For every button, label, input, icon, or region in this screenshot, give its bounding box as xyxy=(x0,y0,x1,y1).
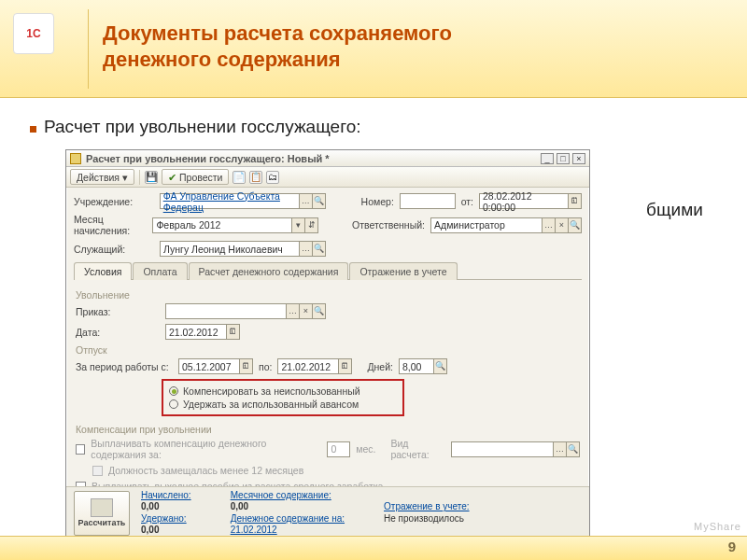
employee-lookup-icon[interactable]: 🔍 xyxy=(313,241,326,257)
close-button[interactable]: × xyxy=(572,153,585,164)
bullet-text: Расчет при увольнении госслужащего: xyxy=(44,117,361,137)
toolbar-separator xyxy=(139,170,140,185)
toolbar-icon-3[interactable]: 🗂 xyxy=(266,171,279,184)
radio-compensate-label: Компенсировать за неиспользованный xyxy=(183,385,360,397)
period-from-calendar-icon[interactable]: 🗓 xyxy=(240,358,253,374)
resp-choose-button[interactable]: … xyxy=(543,217,556,233)
month-spin-icon[interactable]: ⇵ xyxy=(305,217,318,233)
chk-pay-compensation[interactable] xyxy=(76,444,85,455)
days-value: 8,00 xyxy=(399,358,434,374)
number-input[interactable] xyxy=(400,193,456,209)
month-field[interactable]: Февраль 2012 ▾ ⇵ xyxy=(152,217,318,233)
kind-field[interactable]: … 🔍 xyxy=(451,441,580,457)
tab-accounting[interactable]: Отражение в учете xyxy=(349,262,457,280)
resp-label: Ответственный: xyxy=(352,219,425,231)
tab-calc[interactable]: Расчет денежного содержания xyxy=(189,262,349,280)
header-divider xyxy=(88,9,89,89)
kind-value xyxy=(451,441,554,457)
days-field[interactable]: 8,00 🔍 xyxy=(399,358,447,374)
slide-title-line1: Документы расчета сохраняемого xyxy=(103,21,452,45)
radio-withhold-label: Удержать за использованный авансом xyxy=(183,399,359,410)
order-clear-button[interactable]: × xyxy=(300,303,313,319)
order-label: Приказ: xyxy=(76,306,160,317)
content-on-link[interactable]: Денежное содержание на: xyxy=(231,513,345,525)
check-icon: ✔ xyxy=(168,172,176,183)
obscured-text-fragment: бщими xyxy=(646,200,703,220)
maximize-button[interactable]: □ xyxy=(557,153,570,164)
radio-withhold[interactable]: Удержать за использованный авансом xyxy=(169,398,397,411)
dialog-window: Расчет при увольнении госслужащего: Новы… xyxy=(65,149,590,539)
watermark: MySharе xyxy=(694,521,741,532)
resp-clear-button[interactable]: × xyxy=(556,217,569,233)
org-field[interactable]: ФА Управление Субъекта Федерац … 🔍 xyxy=(160,193,326,209)
period-from-field[interactable]: 05.12.2007 🗓 xyxy=(178,358,253,374)
radio-icon xyxy=(169,399,178,409)
month-label: Месяц начисления: xyxy=(74,214,147,236)
bullet-row: Расчет при увольнении госслужащего: xyxy=(30,117,730,137)
date-from-label: от: xyxy=(461,196,473,207)
order-choose-button[interactable]: … xyxy=(287,303,300,319)
footer-col-monthly: Месячное содержание: 0,00 Денежное содер… xyxy=(231,490,345,537)
slide-header: 1С Документы расчета сохраняемого денежн… xyxy=(0,0,747,98)
monthly-link[interactable]: Месячное содержание: xyxy=(231,490,345,502)
calculate-button[interactable]: Рассчитать xyxy=(74,491,130,536)
window-title: Расчет при увольнении госслужащего: Новы… xyxy=(86,153,330,164)
accounting-value: Не производилось xyxy=(384,513,470,525)
radio-compensate[interactable]: Компенсировать за неиспользованный xyxy=(169,385,397,398)
tab-payment[interactable]: Оплата xyxy=(133,262,187,280)
order-field[interactable]: … × 🔍 xyxy=(165,303,326,319)
toolbar-icon-1[interactable]: 📄 xyxy=(233,171,246,184)
monthly-value: 0,00 xyxy=(231,501,345,513)
footer-col-accounting: Отражение в учете: Не производилось xyxy=(384,501,470,525)
org-choose-button[interactable]: … xyxy=(300,193,313,209)
kind-lookup-icon[interactable]: 🔍 xyxy=(567,441,580,457)
period-to-value: 21.02.2012 xyxy=(277,358,339,374)
chk-less-12months-label: Должность замещалась менее 12 месяцев xyxy=(108,465,303,476)
slide-footer-band xyxy=(0,536,747,560)
resp-field[interactable]: Администратор … × 🔍 xyxy=(430,217,582,233)
resp-lookup-icon[interactable]: 🔍 xyxy=(569,217,582,233)
period-to-calendar-icon[interactable]: 🗓 xyxy=(339,358,352,374)
kind-choose-button[interactable]: … xyxy=(554,441,567,457)
days-lookup-icon[interactable]: 🔍 xyxy=(434,358,447,374)
period-to-label: по: xyxy=(259,361,272,372)
chevron-down-icon: ▾ xyxy=(122,172,128,183)
titlebar[interactable]: Расчет при увольнении госслужащего: Новы… xyxy=(66,150,589,167)
radio-icon xyxy=(169,386,178,396)
slide-body: Расчет при увольнении госслужащего: xyxy=(0,98,747,137)
period-to-field[interactable]: 21.02.2012 🗓 xyxy=(277,358,352,374)
slide-title: Документы расчета сохраняемого денежного… xyxy=(103,21,452,72)
chk-pay-compensation-label: Выплачивать компенсацию денежного содерж… xyxy=(91,438,321,460)
order-lookup-icon[interactable]: 🔍 xyxy=(313,303,326,319)
withheld-value: 0,00 xyxy=(141,525,191,537)
comp-months-input[interactable]: 0 xyxy=(327,441,350,457)
doc-date-field[interactable]: 28.02.2012 0:00:00 🗓 xyxy=(479,193,582,209)
period-label: За период работы с: xyxy=(76,361,173,372)
toolbar-icon-2[interactable]: 📋 xyxy=(249,171,262,184)
calculator-icon xyxy=(91,498,113,517)
dismiss-date-label: Дата: xyxy=(76,327,160,338)
actions-menu-button[interactable]: Действия▾ xyxy=(70,169,134,185)
tab-conditions[interactable]: Условия xyxy=(74,262,132,280)
save-icon[interactable]: 💾 xyxy=(145,171,158,184)
dismiss-date-calendar-icon[interactable]: 🗓 xyxy=(227,324,240,340)
content-on-date[interactable]: 21.02.2012 xyxy=(231,525,345,537)
employee-label: Служащий: xyxy=(74,244,154,255)
withheld-link[interactable]: Удержано: xyxy=(141,513,191,525)
dismiss-date-field[interactable]: 21.02.2012 🗓 xyxy=(165,324,240,340)
days-label: Дней: xyxy=(367,361,393,372)
accrued-link[interactable]: Начислено: xyxy=(141,490,191,502)
bullet-marker-icon xyxy=(30,126,36,133)
org-lookup-icon[interactable]: 🔍 xyxy=(313,193,326,209)
accounting-link[interactable]: Отражение в учете: xyxy=(384,501,470,513)
month-dropdown-icon[interactable]: ▾ xyxy=(292,217,305,233)
employee-field[interactable]: Лунгу Леонид Николаевич … 🔍 xyxy=(160,241,326,257)
post-button[interactable]: ✔Провести xyxy=(162,169,229,185)
window-controls: _ □ × xyxy=(541,153,585,164)
employee-choose-button[interactable]: … xyxy=(300,241,313,257)
comp-months-suffix: мес. xyxy=(356,443,375,455)
tabstrip: Условия Оплата Расчет денежного содержан… xyxy=(74,261,582,280)
minimize-button[interactable]: _ xyxy=(541,153,554,164)
employee-value: Лунгу Леонид Николаевич xyxy=(160,241,300,257)
calendar-icon[interactable]: 🗓 xyxy=(569,193,582,209)
